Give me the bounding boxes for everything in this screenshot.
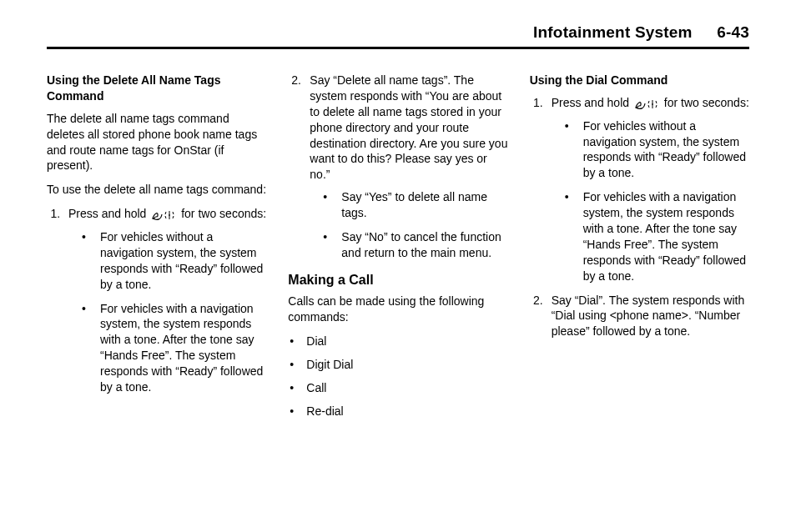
column-1: Using the Delete All Name Tags Command T… — [47, 73, 266, 427]
cmd-redial: Re-dial — [288, 404, 507, 419]
col1-para2: To use the delete all name tags command: — [47, 182, 266, 198]
col1-bullet1: For vehicles without a navigation system… — [78, 229, 266, 293]
col3-step2: Say “Dial”. The system responds with “Di… — [547, 293, 749, 340]
svg-point-1 — [652, 103, 653, 105]
col1-bullet2: For vehicles with a navigation system, t… — [78, 301, 266, 395]
col2-sb2: Say “No” to cancel the function and retu… — [320, 229, 507, 261]
col3-step1: Press and hold for two seconds: For vehi… — [547, 95, 749, 284]
col3-steps: Press and hold for two seconds: For vehi… — [547, 95, 749, 339]
cmd-call: Call — [288, 380, 507, 396]
col3-bullets: For vehicles without a navigation system… — [562, 118, 749, 284]
col1-bullets: For vehicles without a navigation system… — [78, 229, 266, 395]
page-header: Infotainment System 6-43 — [47, 23, 749, 49]
col3-step1-pre: Press and hold — [552, 96, 632, 109]
col1-step1: Press and hold for two seconds: For vehi… — [63, 206, 266, 395]
col2-commands: Dial Digit Dial Call Re-dial — [288, 334, 507, 419]
col2-sb1: Say “Yes” to delete all name tags. — [320, 189, 507, 221]
col2-subbullets: Say “Yes” to delete all name tags. Say “… — [320, 189, 507, 261]
col1-heading: Using the Delete All Name Tags Command — [47, 73, 266, 104]
column-2: Say “Delete all name tags”. The system r… — [288, 73, 507, 427]
col1-step1-post: for two seconds: — [178, 207, 266, 220]
header-pagenum: 6-43 — [717, 23, 749, 41]
col3-step1-post: for two seconds: — [661, 96, 749, 109]
cmd-dial: Dial — [288, 334, 507, 349]
col2-para1: Calls can be made using the following co… — [288, 294, 507, 325]
col1-step1-pre: Press and hold — [68, 207, 149, 220]
col3-bullet1: For vehicles without a navigation system… — [562, 118, 749, 182]
col3-heading: Using the Dial Command — [530, 73, 749, 88]
col2-heading: Making a Call — [288, 271, 507, 289]
svg-point-0 — [169, 214, 170, 216]
col1-para1: The delete all name tags command deletes… — [47, 111, 266, 174]
phone-voice-icon — [151, 207, 176, 223]
column-3: Using the Dial Command Press and hold fo… — [530, 73, 749, 427]
col2-steps: Say “Delete all name tags”. The system r… — [288, 73, 507, 261]
col1-steps: Press and hold for two seconds: For vehi… — [63, 206, 266, 395]
col3-bullet2: For vehicles with a navigation system, t… — [562, 189, 749, 284]
cmd-digit-dial: Digit Dial — [288, 357, 507, 373]
col2-step2: Say “Delete all name tags”. The system r… — [288, 73, 507, 261]
phone-voice-icon — [634, 96, 659, 112]
header-section: Infotainment System — [533, 23, 693, 41]
columns: Using the Delete All Name Tags Command T… — [47, 73, 749, 427]
col2-step2-text: Say “Delete all name tags”. The system r… — [310, 73, 507, 181]
page: Infotainment System 6-43 Using the Delet… — [0, 0, 796, 452]
